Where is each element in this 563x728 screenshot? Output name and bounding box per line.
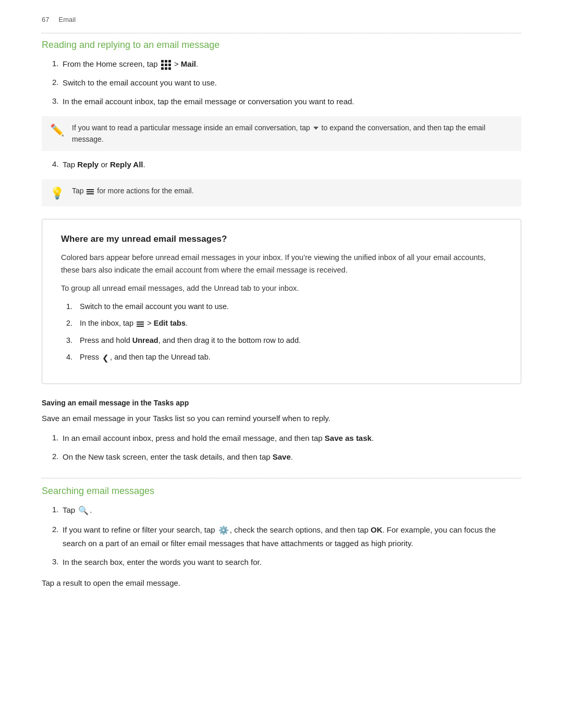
section1-steps: 1. From the Home screen, tap > Mail. 2. …	[42, 58, 521, 108]
step-2-content: Switch to the email account you want to …	[63, 77, 521, 89]
infocard-step-2-num: 2.	[61, 317, 80, 329]
page-header: 67 Email	[42, 16, 521, 23]
page-number: 67	[42, 16, 49, 23]
infocard-step-1-num: 1.	[61, 301, 80, 312]
section2-step-1-num: 1.	[42, 432, 63, 445]
section3-step-3-content: In the search box, enter the words you w…	[63, 556, 521, 569]
section3-title: Searching email messages	[42, 486, 521, 497]
back-arrow-icon: ❮	[102, 352, 109, 364]
infocard-step-3-content: Press and hold Unread, and then drag it …	[80, 335, 301, 346]
hamburger-icon-inbox	[137, 320, 144, 328]
infocard-step-3: 3. Press and hold Unread, and then drag …	[61, 335, 502, 346]
infocard-step-1-content: Switch to the email account you want to …	[80, 301, 229, 312]
section3-step-1-num: 1.	[42, 504, 63, 517]
info-card-body2: To group all unread email messages, add …	[61, 282, 502, 294]
step-1: 1. From the Home screen, tap > Mail.	[42, 58, 521, 70]
apps-grid-icon	[161, 60, 171, 70]
info-card-body1: Colored bars appear before unread email …	[61, 252, 502, 276]
note-box-1: ✏️ If you want to read a particular mess…	[42, 116, 521, 151]
step-3: 3. In the email account inbox, tap the e…	[42, 95, 521, 108]
section2-step-2: 2. On the New task screen, enter the tas…	[42, 451, 521, 463]
infocard-step-2: 2. In the inbox, tap > Edit tabs.	[61, 317, 502, 329]
section2-steps: 1. In an email account inbox, press and …	[42, 432, 521, 463]
infocard-step-4-content: Press ❮, and then tap the Unread tab.	[80, 351, 211, 364]
step-1-content: From the Home screen, tap > Mail.	[63, 58, 521, 70]
section3-steps: 1. Tap 🔍. 2. If you want to refine or fi…	[42, 504, 521, 569]
step-4-content: Tap Reply or Reply All.	[63, 158, 521, 171]
infocard-step-4: 4. Press ❮, and then tap the Unread tab.	[61, 351, 502, 364]
section3-step-1: 1. Tap 🔍.	[42, 504, 521, 517]
section2-step-1: 1. In an email account inbox, press and …	[42, 432, 521, 445]
step-1-num: 1.	[42, 58, 63, 70]
step-2-num: 2.	[42, 77, 63, 89]
top-divider	[42, 33, 521, 33]
info-card-unread: Where are my unread email messages? Colo…	[42, 219, 521, 384]
step-4-num: 4.	[42, 158, 63, 171]
infocard-step-2-content: In the inbox, tap > Edit tabs.	[80, 317, 188, 329]
step-3-content: In the email account inbox, tap the emai…	[63, 95, 521, 108]
tip-box-1: 💡 Tap for more actions for the email.	[42, 179, 521, 206]
step-2: 2. Switch to the email account you want …	[42, 77, 521, 89]
step-3-num: 3.	[42, 95, 63, 108]
section1-title: Reading and replying to an email message	[42, 40, 521, 51]
section3-step-1-content: Tap 🔍.	[63, 504, 521, 517]
tip-text-1: Tap for more actions for the email.	[72, 186, 194, 197]
page-section-label: Email	[59, 16, 76, 23]
gear-icon: ⚙️	[218, 524, 229, 537]
lightbulb-icon: 💡	[50, 187, 65, 200]
section2-step-2-content: On the New task screen, enter the task d…	[63, 451, 521, 463]
dropdown-icon	[313, 127, 319, 130]
section3-step-2: 2. If you want to refine or filter your …	[42, 524, 521, 550]
section3-step-3-num: 3.	[42, 556, 63, 569]
section2-subtitle: Saving an email message in the Tasks app	[42, 399, 521, 407]
hamburger-icon-tip	[87, 188, 94, 195]
section3-step-2-num: 2.	[42, 524, 63, 550]
search-icon: 🔍	[78, 504, 89, 517]
step-4: 4. Tap Reply or Reply All.	[42, 158, 521, 171]
section3-step-3: 3. In the search box, enter the words yo…	[42, 556, 521, 569]
section2-step-1-content: In an email account inbox, press and hol…	[63, 432, 521, 445]
section1-steps-continued: 4. Tap Reply or Reply All.	[42, 158, 521, 171]
infocard-step-4-num: 4.	[61, 351, 80, 364]
section2-body1: Save an email message in your Tasks list…	[42, 412, 521, 425]
infocard-step-3-num: 3.	[61, 335, 80, 346]
infocard-steps: 1. Switch to the email account you want …	[61, 301, 502, 364]
pencil-icon: ✏️	[50, 124, 65, 137]
infocard-step-1: 1. Switch to the email account you want …	[61, 301, 502, 312]
section3-footer: Tap a result to open the email message.	[42, 577, 521, 589]
section2-step-2-num: 2.	[42, 451, 63, 463]
note-text-1: If you want to read a particular message…	[72, 122, 513, 145]
mid-divider	[42, 478, 521, 478]
info-card-title: Where are my unread email messages?	[61, 234, 502, 244]
section3-step-2-content: If you want to refine or filter your sea…	[63, 524, 521, 550]
